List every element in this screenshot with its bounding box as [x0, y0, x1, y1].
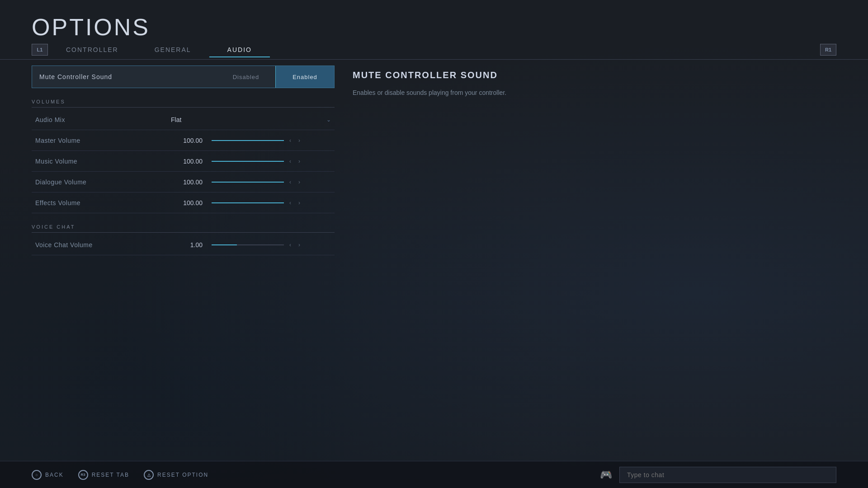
- back-label: BACK: [45, 472, 64, 478]
- voice-chat-header: VOICE CHAT: [32, 221, 335, 233]
- volumes-header: VOLUMES: [32, 95, 335, 108]
- master-volume-control[interactable]: 100.00 ‹ ›: [171, 136, 331, 145]
- master-volume-value: 100.00: [171, 137, 203, 144]
- effects-volume-value: 100.00: [171, 199, 203, 206]
- voice-chat-volume-decrease[interactable]: ‹: [288, 241, 293, 249]
- toggle-enabled-option[interactable]: Enabled: [275, 66, 334, 88]
- music-volume-slider[interactable]: [212, 161, 284, 162]
- reset-tab-label: RESET TAB: [92, 472, 129, 478]
- effects-volume-slider[interactable]: [212, 202, 284, 203]
- page-title: OPTIONS: [32, 14, 150, 41]
- dialogue-volume-label: Dialogue Volume: [35, 178, 171, 186]
- voice-chat-volume-slider[interactable]: [212, 244, 284, 245]
- dialogue-volume-slider[interactable]: [212, 182, 284, 183]
- back-icon: ○: [32, 470, 42, 480]
- music-volume-decrease[interactable]: ‹: [288, 157, 293, 165]
- effects-volume-decrease[interactable]: ‹: [288, 199, 293, 207]
- music-volume-control[interactable]: 100.00 ‹ ›: [171, 157, 331, 165]
- voice-chat-volume-value: 1.00: [171, 241, 203, 249]
- master-volume-slider[interactable]: [212, 140, 284, 141]
- dialogue-volume-control[interactable]: 100.00 ‹ ›: [171, 178, 331, 186]
- effects-volume-label: Effects Volume: [35, 199, 171, 206]
- tab-nav-right[interactable]: R1: [820, 44, 836, 56]
- music-volume-row[interactable]: Music Volume 100.00 ‹ ›: [32, 151, 335, 172]
- info-title: MUTE CONTROLLER SOUND: [353, 70, 836, 80]
- left-panel: Mute Controller Sound Disabled Enabled V…: [32, 66, 335, 456]
- audio-mix-dropdown[interactable]: Flat ⌄: [171, 116, 331, 123]
- reset-tab-action[interactable]: R3 RESET TAB: [78, 470, 129, 480]
- mute-controller-row[interactable]: Mute Controller Sound Disabled Enabled: [32, 66, 335, 88]
- info-description: Enables or disable sounds playing from y…: [353, 88, 533, 98]
- voice-chat-volume-control[interactable]: 1.00 ‹ ›: [171, 241, 331, 249]
- reset-option-label: RESET OPTION: [157, 472, 208, 478]
- back-action[interactable]: ○ BACK: [32, 470, 64, 480]
- music-volume-label: Music Volume: [35, 158, 171, 165]
- tab-nav-left[interactable]: L1: [32, 44, 48, 56]
- audio-mix-row[interactable]: Audio Mix Flat ⌄: [32, 109, 335, 130]
- music-volume-value: 100.00: [171, 158, 203, 165]
- dialogue-volume-row[interactable]: Dialogue Volume 100.00 ‹ ›: [32, 172, 335, 192]
- toggle-disabled-option[interactable]: Disabled: [217, 66, 275, 88]
- chat-area: 🎮: [600, 467, 836, 483]
- content-area: Mute Controller Sound Disabled Enabled V…: [32, 66, 836, 456]
- voice-chat-volume-increase[interactable]: ›: [297, 241, 302, 249]
- reset-option-icon: △: [144, 470, 154, 480]
- master-volume-increase[interactable]: ›: [297, 136, 302, 145]
- dialogue-volume-decrease[interactable]: ‹: [288, 178, 293, 186]
- mute-controller-label: Mute Controller Sound: [32, 73, 217, 80]
- effects-volume-increase[interactable]: ›: [297, 199, 302, 207]
- voice-chat-volume-label: Voice Chat Volume: [35, 241, 171, 249]
- dialogue-volume-value: 100.00: [171, 178, 203, 186]
- tab-controller[interactable]: CONTROLLER: [48, 42, 137, 57]
- master-volume-decrease[interactable]: ‹: [288, 136, 293, 145]
- effects-volume-row[interactable]: Effects Volume 100.00 ‹ ›: [32, 192, 335, 213]
- reset-tab-icon: R3: [78, 470, 88, 480]
- voice-chat-volume-row[interactable]: Voice Chat Volume 1.00 ‹ ›: [32, 235, 335, 255]
- right-panel: MUTE CONTROLLER SOUND Enables or disable…: [353, 66, 836, 456]
- chat-input[interactable]: [619, 467, 836, 483]
- audio-mix-value: Flat: [171, 116, 326, 123]
- music-volume-increase[interactable]: ›: [297, 157, 302, 165]
- dialogue-volume-increase[interactable]: ›: [297, 178, 302, 186]
- master-volume-label: Master Volume: [35, 137, 171, 144]
- tab-general[interactable]: GENERAL: [137, 42, 209, 57]
- reset-option-action[interactable]: △ RESET OPTION: [144, 470, 208, 480]
- effects-volume-control[interactable]: 100.00 ‹ ›: [171, 199, 331, 207]
- bottom-bar: ○ BACK R3 RESET TAB △ RESET OPTION 🎮: [0, 461, 868, 488]
- gamepad-icon: 🎮: [600, 469, 612, 481]
- audio-mix-label: Audio Mix: [35, 116, 171, 123]
- tab-bar: L1 CONTROLLER GENERAL AUDIO R1: [0, 40, 868, 60]
- dropdown-chevron-icon: ⌄: [326, 117, 331, 123]
- tab-audio[interactable]: AUDIO: [209, 42, 270, 57]
- master-volume-row[interactable]: Master Volume 100.00 ‹ ›: [32, 130, 335, 151]
